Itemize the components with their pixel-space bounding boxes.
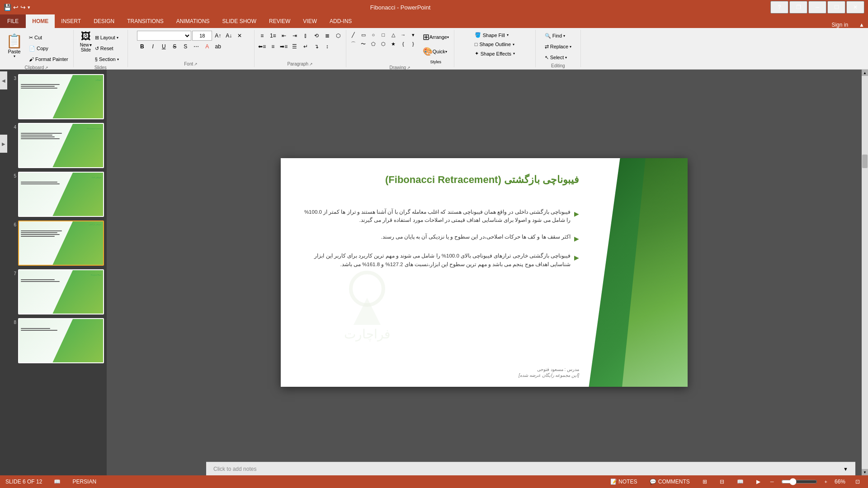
tab-design[interactable]: DESIGN	[87, 14, 121, 28]
arc-shape[interactable]: ⌒	[349, 40, 358, 48]
text-direction-button[interactable]: ⟲	[311, 31, 321, 41]
triangle-shape[interactable]: △	[389, 31, 398, 39]
tab-insert[interactable]: INSERT	[55, 14, 87, 28]
new-slide-button[interactable]: 🖼 New ▾ Slide	[80, 31, 92, 52]
italic-button[interactable]: I	[148, 42, 158, 52]
zoom-plus[interactable]: +	[825, 479, 827, 484]
slide-thumb-8[interactable]: 8	[9, 317, 105, 364]
shape-fill-button[interactable]: 🪣 Shape Fill ▾	[472, 31, 518, 39]
left-collapse-button[interactable]: ◀	[0, 71, 7, 89]
ltr-button[interactable]: ↴	[311, 42, 321, 52]
maximize-button[interactable]: ☐	[827, 1, 845, 14]
circle-shape[interactable]: ○	[369, 31, 378, 39]
underline-button[interactable]: U	[159, 42, 169, 52]
sign-in-button[interactable]: Sign in	[824, 22, 855, 28]
smartart-button[interactable]: ⬡	[333, 31, 343, 41]
paragraph-expand-icon[interactable]: ↗	[309, 62, 313, 66]
arrange-button[interactable]: ⊞ Arrange ▾	[420, 31, 451, 43]
select-button[interactable]: ↖Select ▾	[542, 52, 574, 62]
reading-view-button[interactable]: 📖	[734, 478, 746, 486]
slide-thumbnail-6[interactable]: فیبوناچی بازگشتی	[18, 221, 104, 266]
highlight-button[interactable]: ab	[213, 42, 223, 52]
slide-sorter-button[interactable]: ⊟	[717, 478, 727, 486]
layout-button[interactable]: ⊞Layout▾	[93, 33, 121, 42]
arrow-shape[interactable]: →	[399, 31, 408, 39]
vertical-scrollbar[interactable]: ▲ ▼	[862, 70, 868, 475]
more-shapes[interactable]: ▾	[409, 31, 418, 39]
slide-thumb-3[interactable]: 3 فیبوناچی	[9, 73, 105, 120]
zoom-minus[interactable]: ─	[770, 479, 774, 484]
tab-review[interactable]: REVIEW	[263, 14, 297, 28]
align-text-button[interactable]: ≣	[322, 31, 332, 41]
curve-shape[interactable]: 〜	[359, 40, 368, 48]
decrease-font-button[interactable]: A↓	[224, 31, 234, 41]
decrease-indent-button[interactable]: ⇤	[279, 31, 289, 41]
hex-shape[interactable]: ⬡	[379, 40, 388, 48]
replace-button[interactable]: ⇄Replace ▾	[542, 42, 574, 52]
drawing-expand-icon[interactable]: ↗	[407, 66, 410, 70]
left-collapse-button2[interactable]: ▶	[0, 135, 7, 153]
format-painter-button[interactable]: 🖌Format Painter	[27, 54, 71, 64]
brace-shape[interactable]: {	[399, 40, 408, 48]
slide-thumb-5[interactable]: 5 فیبوناچی اعداد	[9, 171, 105, 218]
notes-scroll-button[interactable]: ▼	[843, 466, 848, 472]
pentagon-shape[interactable]: ⬠	[369, 40, 378, 48]
scroll-down-button[interactable]: ▼	[862, 469, 868, 475]
increase-font-button[interactable]: A↑	[213, 31, 223, 41]
normal-view-button[interactable]: ⊞	[700, 478, 710, 486]
slide-thumb-6[interactable]: 6 فیبوناچی بازگشتی	[9, 220, 105, 267]
scrollbar-thumb[interactable]	[862, 155, 868, 168]
tab-view[interactable]: VIEW	[297, 14, 323, 28]
tab-slideshow[interactable]: SLIDE SHOW	[216, 14, 263, 28]
slide-thumbnail-3[interactable]: فیبوناچی	[18, 74, 104, 119]
align-right-button[interactable]: ➡≡	[279, 42, 289, 52]
slide-thumb-7[interactable]: 7 Project Plan	[9, 268, 105, 315]
tab-animations[interactable]: ANIMATIONS	[170, 14, 216, 28]
save-button[interactable]: 💾	[4, 4, 11, 11]
help-button[interactable]: ?	[770, 1, 788, 14]
star-shape[interactable]: ★	[389, 40, 398, 48]
slide-thumbnail-8[interactable]	[18, 318, 104, 363]
bullets-button[interactable]: ≡	[257, 31, 267, 41]
find-button[interactable]: 🔍Find ▾	[542, 31, 574, 41]
reset-button[interactable]: ↺Reset	[93, 43, 121, 53]
slide-thumbnail-7[interactable]: Project Plan	[18, 269, 104, 314]
shape-outline-button[interactable]: □ Shape Outline ▾	[472, 40, 518, 48]
slide-thumb-4[interactable]: 4 Fibonacci Levels	[9, 122, 105, 169]
canvas-area[interactable]: فیبوناچی بازگشتی (Fibonacci Retracement)…	[107, 70, 862, 475]
line-spacing-button[interactable]: ↕	[322, 42, 332, 52]
section-button[interactable]: §Section▾	[93, 54, 121, 64]
paste-button[interactable]: 📋 Paste ▾	[3, 31, 26, 64]
zoom-slider[interactable]	[781, 478, 817, 485]
tab-transitions[interactable]: TRANSITIONS	[121, 14, 170, 28]
notes-button[interactable]: 📝 NOTES	[608, 478, 640, 486]
bold-button[interactable]: B	[137, 42, 147, 52]
restore-display-button[interactable]: ❐	[789, 1, 807, 14]
more-font-button[interactable]: ⋯	[191, 42, 201, 52]
quick-styles-button[interactable]: 🎨 Quick ▾	[420, 45, 451, 58]
font-size-input[interactable]	[192, 31, 212, 41]
slide-thumbnail-5[interactable]: فیبوناچی اعداد	[18, 172, 104, 217]
ribbon-collapse-button[interactable]: ▲	[855, 22, 868, 28]
comments-button[interactable]: 💬 COMMENTS	[647, 478, 692, 486]
align-left-button[interactable]: ⬅≡	[257, 42, 267, 52]
line-shape[interactable]: ╱	[349, 31, 358, 39]
tab-home[interactable]: HOME	[26, 14, 55, 28]
rect-shape[interactable]: ▭	[359, 31, 368, 39]
numbering-button[interactable]: 1≡	[268, 31, 278, 41]
scrollbar-track[interactable]	[862, 76, 868, 469]
increase-indent-button[interactable]: ⇥	[290, 31, 300, 41]
add-notes-area[interactable]: Click to add notes ▼	[206, 462, 855, 475]
bracket-shape[interactable]: }	[409, 40, 418, 48]
tab-file[interactable]: FILE	[0, 14, 26, 28]
copy-button[interactable]: 📄Copy	[27, 43, 71, 53]
shadow-button[interactable]: S	[180, 42, 190, 52]
strikethrough-button[interactable]: S	[170, 42, 179, 52]
font-expand-icon[interactable]: ↗	[194, 62, 198, 66]
justify-button[interactable]: ☰	[290, 42, 300, 52]
minimize-button[interactable]: ─	[808, 1, 826, 14]
close-button[interactable]: ✕	[846, 1, 864, 14]
align-center-button[interactable]: ≡	[268, 42, 278, 52]
slide-canvas[interactable]: فیبوناچی بازگشتی (Fibonacci Retracement)…	[281, 158, 688, 387]
redo-button[interactable]: ↪	[20, 4, 26, 11]
